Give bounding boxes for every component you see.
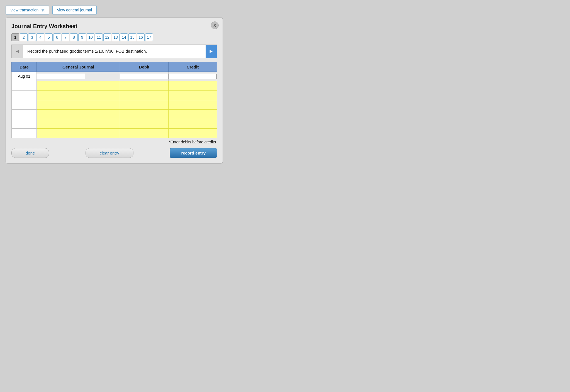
journal-cell-6[interactable] (37, 128, 120, 138)
top-buttons-bar: view transaction list view general journ… (6, 6, 223, 14)
debit-cell-2[interactable] (120, 90, 169, 100)
panel-title: Journal Entry Worksheet (11, 23, 217, 30)
instruction-text: Record the purchased goods; terms 1/10, … (23, 45, 206, 58)
debit-input-4[interactable] (120, 110, 168, 119)
credit-cell-3[interactable] (169, 100, 217, 109)
credit-input-1[interactable] (169, 81, 217, 90)
credit-input-4[interactable] (169, 110, 217, 119)
table-row: Aug 01 (12, 72, 217, 81)
page-num-10[interactable]: 10 (87, 33, 94, 41)
table-row (12, 81, 217, 90)
page-num-9[interactable]: 9 (78, 33, 86, 41)
date-cell-0: Aug 01 (12, 72, 37, 81)
journal-table: Date General Journal Debit Credit Aug 01 (11, 62, 217, 138)
page-numbers: 1234567891011121314151617 (11, 33, 217, 41)
journal-cell-0[interactable] (37, 72, 120, 81)
journal-cell-3[interactable] (37, 100, 120, 109)
table-row (12, 100, 217, 109)
debit-cell-3[interactable] (120, 100, 169, 109)
credit-input-2[interactable] (169, 91, 217, 100)
journal-cell-5[interactable] (37, 119, 120, 128)
hint-text: *Enter debits before credits (11, 140, 217, 144)
page-num-16[interactable]: 16 (137, 33, 145, 41)
next-arrow[interactable]: ► (206, 45, 217, 58)
page-num-7[interactable]: 7 (62, 33, 69, 41)
date-cell-4 (12, 109, 37, 119)
page-num-12[interactable]: 12 (103, 33, 111, 41)
record-entry-button[interactable]: record entry (170, 148, 217, 158)
credit-input-6[interactable] (169, 129, 217, 138)
page-num-3[interactable]: 3 (28, 33, 36, 41)
page-num-4[interactable]: 4 (36, 33, 44, 41)
debit-cell-5[interactable] (120, 119, 169, 128)
credit-cell-6[interactable] (169, 128, 217, 138)
journal-input-2[interactable] (37, 91, 120, 100)
page-num-1[interactable]: 1 (11, 33, 19, 41)
header-general-journal: General Journal (37, 62, 120, 72)
table-row (12, 119, 217, 128)
table-row (12, 90, 217, 100)
date-cell-3 (12, 100, 37, 109)
table-row (12, 128, 217, 138)
journal-input-6[interactable] (37, 129, 120, 138)
debit-input-5[interactable] (120, 119, 168, 128)
page-num-6[interactable]: 6 (53, 33, 61, 41)
journal-cell-1[interactable] (37, 81, 120, 90)
debit-input-6[interactable] (120, 129, 168, 138)
journal-input-3[interactable] (37, 100, 120, 109)
journal-cell-4[interactable] (37, 109, 120, 119)
clear-entry-button[interactable]: clear entry (86, 148, 133, 158)
journal-cell-2[interactable] (37, 90, 120, 100)
bottom-buttons: done clear entry record entry (11, 148, 217, 158)
page-num-14[interactable]: 14 (120, 33, 128, 41)
page-num-13[interactable]: 13 (112, 33, 120, 41)
prev-arrow[interactable]: ◄ (12, 45, 23, 58)
page-num-8[interactable]: 8 (70, 33, 78, 41)
credit-cell-2[interactable] (169, 90, 217, 100)
worksheet-panel: Journal Entry Worksheet X 12345678910111… (6, 17, 223, 164)
debit-cell-4[interactable] (120, 109, 169, 119)
debit-input-2[interactable] (120, 91, 168, 100)
page-num-11[interactable]: 11 (95, 33, 103, 41)
page-num-15[interactable]: 15 (128, 33, 136, 41)
journal-input-1[interactable] (37, 81, 120, 90)
view-general-journal-button[interactable]: view general journal (52, 6, 97, 14)
page-num-5[interactable]: 5 (45, 33, 53, 41)
date-cell-1 (12, 81, 37, 90)
date-cell-6 (12, 128, 37, 138)
date-cell-5 (12, 119, 37, 128)
table-row (12, 109, 217, 119)
done-button[interactable]: done (11, 148, 49, 158)
date-cell-2 (12, 90, 37, 100)
credit-cell-1[interactable] (169, 81, 217, 90)
debit-input-3[interactable] (120, 100, 168, 109)
journal-input-5[interactable] (37, 119, 120, 128)
page-num-17[interactable]: 17 (145, 33, 153, 41)
credit-cell-0[interactable] (169, 72, 217, 81)
outer-container: view transaction list view general journ… (6, 6, 223, 164)
header-date: Date (12, 62, 37, 72)
close-button[interactable]: X (211, 21, 219, 29)
header-debit: Debit (120, 62, 169, 72)
debit-input-1[interactable] (120, 81, 168, 90)
credit-input-3[interactable] (169, 100, 217, 109)
credit-cell-4[interactable] (169, 109, 217, 119)
page-num-2[interactable]: 2 (20, 33, 28, 41)
debit-input-0[interactable] (120, 74, 168, 79)
debit-cell-6[interactable] (120, 128, 169, 138)
credit-cell-5[interactable] (169, 119, 217, 128)
credit-input-5[interactable] (169, 119, 217, 128)
instruction-box: ◄ Record the purchased goods; terms 1/10… (11, 45, 217, 58)
journal-input-4[interactable] (37, 110, 120, 119)
debit-cell-0[interactable] (120, 72, 169, 81)
header-credit: Credit (169, 62, 217, 72)
credit-input-0[interactable] (169, 74, 217, 79)
journal-input-0[interactable] (37, 74, 85, 79)
debit-cell-1[interactable] (120, 81, 169, 90)
view-transaction-list-button[interactable]: view transaction list (6, 6, 49, 14)
